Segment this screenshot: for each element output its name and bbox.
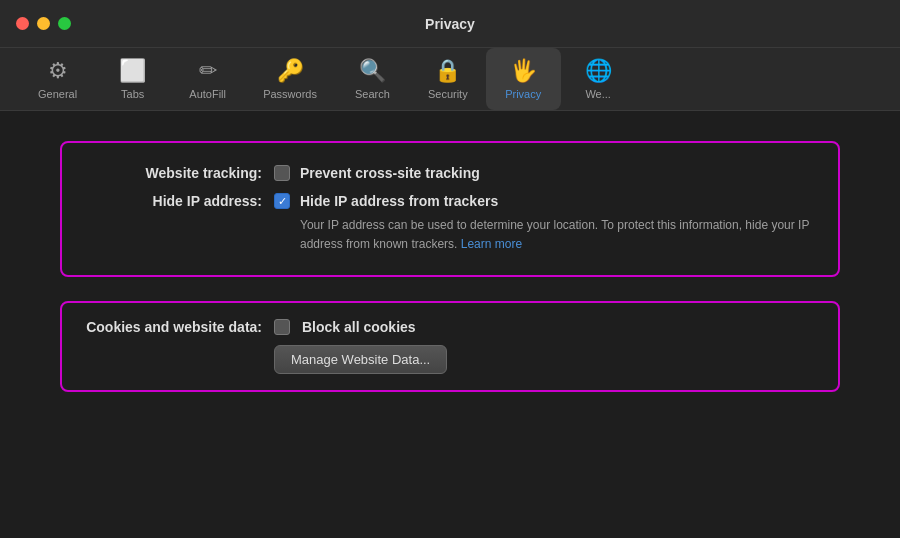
cookies-label: Cookies and website data: (82, 319, 262, 335)
tab-tabs[interactable]: ⬜ Tabs (95, 48, 170, 110)
hide-ip-label: Hide IP address: (82, 193, 262, 209)
tab-tabs-label: Tabs (121, 88, 144, 100)
search-icon: 🔍 (359, 58, 386, 84)
tab-websites[interactable]: 🌐 We... (561, 48, 636, 110)
window-title: Privacy (425, 16, 475, 32)
hide-ip-checkbox[interactable]: ✓ (274, 193, 290, 209)
tab-search-label: Search (355, 88, 390, 100)
main-content: Website tracking: Prevent cross-site tra… (0, 111, 900, 422)
hide-ip-content: ✓ Hide IP address from trackers Your IP … (274, 193, 818, 253)
tabs-icon: ⬜ (119, 58, 146, 84)
prevent-tracking-checkbox[interactable] (274, 165, 290, 181)
autofill-icon: ✏ (199, 58, 217, 84)
tab-search[interactable]: 🔍 Search (335, 48, 410, 110)
manage-data-row: Manage Website Data... (82, 345, 818, 374)
ip-description: Your IP address can be used to determine… (300, 218, 809, 251)
websites-icon: 🌐 (585, 58, 612, 84)
tab-privacy[interactable]: 🖐 Privacy (486, 48, 561, 110)
security-icon: 🔒 (434, 58, 461, 84)
block-cookies-checkbox[interactable] (274, 319, 290, 335)
tab-websites-label: We... (585, 88, 610, 100)
maximize-button[interactable] (58, 17, 71, 30)
cookies-section: Cookies and website data: Block all cook… (60, 301, 840, 392)
cookies-row: Cookies and website data: Block all cook… (82, 319, 818, 335)
website-tracking-row: Website tracking: Prevent cross-site tra… (82, 159, 818, 187)
learn-more-link[interactable]: Learn more (461, 237, 522, 251)
website-tracking-label: Website tracking: (82, 165, 262, 181)
tracking-section: Website tracking: Prevent cross-site tra… (60, 141, 840, 277)
website-tracking-content: Prevent cross-site tracking (274, 165, 818, 181)
tab-autofill-label: AutoFill (189, 88, 226, 100)
hide-ip-row: Hide IP address: ✓ Hide IP address from … (82, 187, 818, 259)
toolbar: ⚙ General ⬜ Tabs ✏ AutoFill 🔑 Passwords … (0, 48, 900, 111)
tab-security[interactable]: 🔒 Security (410, 48, 486, 110)
title-bar: Privacy (0, 0, 900, 48)
manage-website-data-button[interactable]: Manage Website Data... (274, 345, 447, 374)
prevent-tracking-label: Prevent cross-site tracking (300, 165, 480, 181)
tab-security-label: Security (428, 88, 468, 100)
privacy-icon: 🖐 (510, 58, 537, 84)
tab-general[interactable]: ⚙ General (20, 48, 95, 110)
minimize-button[interactable] (37, 17, 50, 30)
tab-passwords-label: Passwords (263, 88, 317, 100)
tab-general-label: General (38, 88, 77, 100)
window-controls (16, 17, 71, 30)
passwords-icon: 🔑 (277, 58, 304, 84)
close-button[interactable] (16, 17, 29, 30)
hide-ip-option-label: Hide IP address from trackers (300, 193, 498, 209)
tab-autofill[interactable]: ✏ AutoFill (170, 48, 245, 110)
block-cookies-label: Block all cookies (302, 319, 416, 335)
gear-icon: ⚙ (48, 58, 68, 84)
tab-privacy-label: Privacy (505, 88, 541, 100)
tab-passwords[interactable]: 🔑 Passwords (245, 48, 335, 110)
